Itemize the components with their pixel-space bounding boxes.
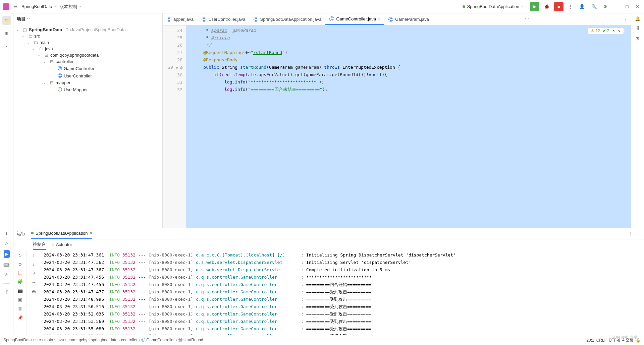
console-actions: ↑ ↓ ⤶ ⇥ 🖶 xyxy=(27,250,40,335)
readonly-icon[interactable]: 🔒 xyxy=(636,338,641,343)
prev-highlight-icon[interactable]: ∧ xyxy=(612,28,615,33)
stop-process-icon[interactable] xyxy=(18,271,22,275)
git-icon[interactable]: ᛉ xyxy=(5,290,8,295)
breadcrumb-item[interactable]: ⓜ startRound xyxy=(178,338,203,342)
console-output[interactable]: 2024-03-20 23:31:47.361 INFO 35132 --- [… xyxy=(40,250,644,335)
text-tool-icon[interactable]: T xyxy=(5,231,8,236)
problems-icon[interactable]: ⚠ xyxy=(5,272,9,277)
class-icon: C xyxy=(254,17,258,22)
database-icon[interactable]: 🗄 xyxy=(635,26,640,31)
down-icon[interactable]: ↓ xyxy=(33,262,35,267)
file-encoding[interactable]: UTF-8 xyxy=(609,338,620,343)
tabs-more-icon[interactable]: ⋮ xyxy=(621,17,631,22)
tree-package-controller[interactable]: ⌄⊟controller xyxy=(13,58,162,65)
maven-icon[interactable]: m xyxy=(636,36,639,41)
console-subtab[interactable]: 控制台 xyxy=(33,239,46,250)
soft-wrap-icon[interactable]: ⤶ xyxy=(32,271,36,276)
actuator-subtab[interactable]: ⟐ Actuator xyxy=(52,239,72,250)
indent-setting[interactable]: 4 空格 xyxy=(622,337,634,343)
stop-button[interactable]: ■ xyxy=(554,2,564,11)
settings-icon[interactable]: ⚙ xyxy=(601,2,609,11)
close-tab-icon[interactable]: × xyxy=(378,16,380,21)
tree-folder-main[interactable]: ⌄🗀main xyxy=(13,39,162,46)
right-tool-strip: 🔔 🗄 m xyxy=(631,13,644,228)
project-tool-icon[interactable]: 📁 xyxy=(2,16,11,25)
tree-folder-src[interactable]: ⌄🗀src xyxy=(13,33,162,39)
debug-button[interactable]: 🐞 xyxy=(542,2,551,11)
project-panel: 项目 ﹀ ⌄▢SpringBootDataD:\JavaProject\Spri… xyxy=(13,13,163,228)
print-icon[interactable]: 🖶 xyxy=(32,289,36,294)
up-icon[interactable]: ↑ xyxy=(33,253,35,258)
notifications-icon[interactable]: 🔔 xyxy=(635,16,640,21)
close-window-icon[interactable]: ✕ xyxy=(634,2,641,11)
line-separator[interactable]: CRLF xyxy=(596,338,607,343)
project-selector[interactable]: SpringBootData﹀ xyxy=(21,4,57,9)
breadcrumb-item[interactable]: springbootdata xyxy=(91,338,117,342)
run-more-icon[interactable]: ⋮ xyxy=(629,231,633,236)
class-icon: C xyxy=(167,17,171,22)
tree-package-mapper[interactable]: ⌄⊟mapper xyxy=(13,79,162,86)
run-button[interactable]: ▶ xyxy=(530,2,539,11)
editor-tab[interactable]: CUserController.java xyxy=(198,13,250,25)
breadcrumb-item[interactable]: controller xyxy=(121,338,138,342)
tree-interface-usermapper[interactable]: ⒾUserMapper xyxy=(13,86,162,93)
search-icon[interactable]: 🔍 xyxy=(589,2,599,11)
editor-tabs: Capper.javaCUserController.javaCSpringBo… xyxy=(163,13,631,25)
editor-gutter[interactable]: 242526272829 ⊕ @303132 xyxy=(163,25,186,228)
editor-tab[interactable]: CGameController.java× xyxy=(325,13,384,25)
trash-icon[interactable]: 🗑 xyxy=(18,306,22,311)
tabs-dropdown-icon[interactable]: ﹀ xyxy=(522,16,532,22)
tree-class-usercontroller[interactable]: ⒸUserController xyxy=(13,72,162,79)
run-tool-icon[interactable]: ▶ xyxy=(4,250,10,258)
more-tool-icon[interactable]: ⋯ xyxy=(2,42,11,50)
services-icon[interactable]: ▷ xyxy=(5,240,8,245)
maximize-icon[interactable]: ◻ xyxy=(623,2,631,11)
log-line: 2024-03-20 23:31:50.516 INFO 35132 --- [… xyxy=(44,303,641,310)
breadcrumb-item[interactable]: com xyxy=(67,338,75,342)
editor-tab[interactable]: CSpringBootDataApplication.java xyxy=(250,13,326,25)
more-actions-icon[interactable]: ⋮ xyxy=(566,2,575,11)
minimize-icon[interactable]: — xyxy=(612,2,621,11)
rerun-icon[interactable]: ↻ xyxy=(18,253,22,258)
tree-folder-java[interactable]: ⌄🗀java xyxy=(13,46,162,52)
run-app-tab[interactable]: SpringBootDataApplication × xyxy=(31,228,92,239)
terminal-icon[interactable]: ⌨ xyxy=(3,263,10,268)
caret-position[interactable]: 20:1 xyxy=(586,338,594,343)
close-tab-icon[interactable]: × xyxy=(90,231,92,236)
tree-root[interactable]: ⌄▢SpringBootDataD:\JavaProject\SpringBoo… xyxy=(13,26,162,33)
log-line: 2024-03-20 23:31:47.456 INFO 35132 --- [… xyxy=(44,274,641,281)
camera-icon[interactable]: 📷 xyxy=(17,288,23,293)
editor-tab[interactable]: CGameParam.java xyxy=(384,13,433,25)
app-logo-icon xyxy=(3,3,9,10)
inspections-widget[interactable]: ⚠ 12 ✔ 2 ∧ ∨ xyxy=(588,27,624,34)
run-panel-title: 运行 xyxy=(17,231,25,237)
breadcrumb-item[interactable]: src xyxy=(35,338,41,342)
scroll-end-icon[interactable]: ⇥ xyxy=(32,280,36,285)
class-icon: C xyxy=(388,17,393,22)
pin-icon[interactable]: 📌 xyxy=(17,315,23,320)
dump-threads-icon[interactable]: 🧩 xyxy=(17,279,23,284)
layout-icon[interactable]: ▣ xyxy=(18,297,22,302)
log-line: 2024-03-20 23:31:47.456 INFO 35132 --- [… xyxy=(44,281,641,288)
warnings-count: ⚠ 12 xyxy=(591,28,600,33)
next-highlight-icon[interactable]: ∨ xyxy=(618,28,621,33)
hide-panel-icon[interactable]: — xyxy=(636,231,641,236)
run-config-selector[interactable]: SpringBootDataApplication﹀ xyxy=(460,3,527,10)
main-menu-icon[interactable]: ☰ xyxy=(12,3,19,10)
breadcrumb-item[interactable]: qcby xyxy=(79,338,87,342)
log-line: 2024-03-20 23:31:53.560 INFO 35132 --- [… xyxy=(44,318,641,325)
titlebar: ☰ SpringBootData﹀ 版本控制 ﹀ SpringBootDataA… xyxy=(0,0,644,13)
breadcrumb-item[interactable]: java xyxy=(57,338,64,342)
breadcrumb-item[interactable]: Ⓒ GameController xyxy=(141,338,175,342)
tree-class-gamecontroller[interactable]: ⒸGameController xyxy=(13,65,162,72)
editor-tab[interactable]: Capper.java xyxy=(163,13,198,25)
structure-tool-icon[interactable]: ⊞ xyxy=(2,29,11,38)
code-editor[interactable]: ⚠ 12 ✔ 2 ∧ ∨ 242526272829 ⊕ @303132 * @p… xyxy=(163,25,631,228)
breadcrumb-item[interactable]: SpringBootData xyxy=(3,338,32,342)
run-settings-icon[interactable]: ⚙ xyxy=(18,262,22,267)
breadcrumb-item[interactable]: main xyxy=(44,338,53,342)
vcs-menu[interactable]: 版本控制 ﹀ xyxy=(60,4,82,10)
tree-package[interactable]: ⌄⊟com.qcby.springbootdata xyxy=(13,52,162,58)
project-panel-header[interactable]: 项目 ﹀ xyxy=(13,13,162,25)
user-icon[interactable]: 👤 xyxy=(577,2,587,11)
